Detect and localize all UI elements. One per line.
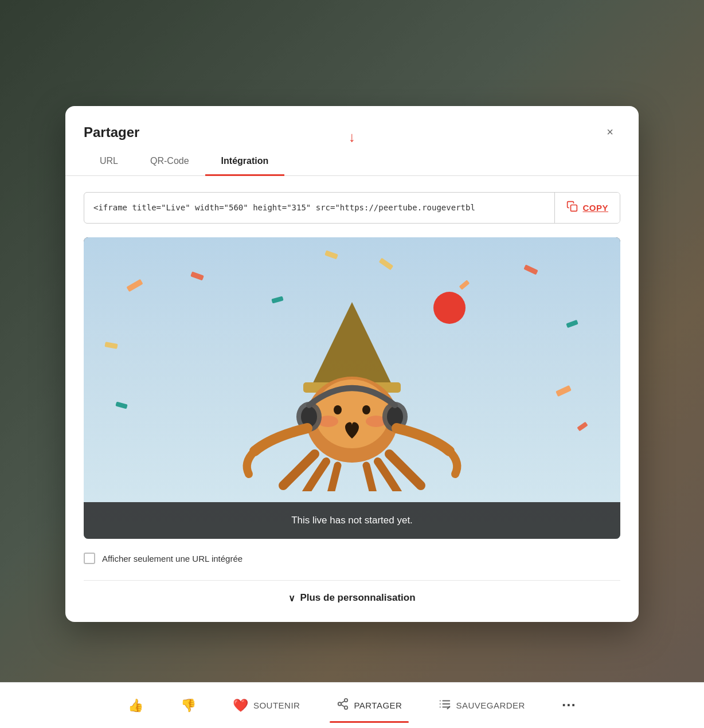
checkbox-label[interactable]: Afficher seulement une URL intégrée <box>102 554 243 563</box>
confetti-piece <box>378 258 393 271</box>
tab-qrcode[interactable]: QR-Code <box>134 148 205 176</box>
copy-button[interactable]: COPY <box>554 193 620 223</box>
modal-title: Partager <box>84 124 139 140</box>
confetti-piece <box>556 385 572 397</box>
confetti-piece <box>126 279 143 292</box>
confetti-piece <box>566 320 579 328</box>
svg-point-6 <box>362 405 370 414</box>
confetti-piece <box>577 422 588 432</box>
squid-illustration <box>214 285 490 491</box>
checkbox-row: Afficher seulement une URL intégrée <box>84 553 620 564</box>
overlay-text: This live has not started yet. <box>291 515 413 526</box>
confetti-piece <box>115 402 127 409</box>
tab-url[interactable]: URL <box>84 148 134 176</box>
svg-rect-0 <box>571 205 577 211</box>
customization-label: Plus de personnalisation <box>300 592 415 604</box>
confetti-piece <box>105 342 118 349</box>
svg-point-13 <box>433 292 466 324</box>
customization-row[interactable]: ∨ Plus de personnalisation <box>84 592 620 604</box>
embed-code-input[interactable] <box>84 195 554 220</box>
modal-body: COPY <box>65 176 639 623</box>
video-thumbnail: This live has not started yet. <box>84 237 620 539</box>
video-overlay: This live has not started yet. <box>84 502 620 539</box>
tab-integration[interactable]: Intégration <box>205 148 285 176</box>
separator <box>84 580 620 581</box>
tabs-container: ↓ URL QR-Code Intégration <box>65 147 639 176</box>
down-arrow-indicator: ↓ <box>349 130 355 144</box>
confetti-piece <box>190 271 204 280</box>
embed-url-checkbox[interactable] <box>84 553 95 564</box>
confetti-piece <box>324 251 338 260</box>
svg-point-5 <box>334 405 342 414</box>
svg-marker-1 <box>312 302 392 385</box>
share-modal: Partager × ↓ URL QR-Code Intégration <box>65 106 639 623</box>
close-button[interactable]: × <box>600 122 620 143</box>
chevron-down-icon: ∨ <box>288 593 295 604</box>
copy-icon <box>566 201 578 215</box>
tabs: URL QR-Code Intégration <box>84 147 620 175</box>
copy-label: COPY <box>582 203 608 213</box>
video-preview: This live has not started yet. <box>84 237 620 539</box>
code-input-row: COPY <box>84 192 620 224</box>
confetti-piece <box>523 265 538 275</box>
modal-backdrop: Partager × ↓ URL QR-Code Intégration <box>0 0 704 728</box>
